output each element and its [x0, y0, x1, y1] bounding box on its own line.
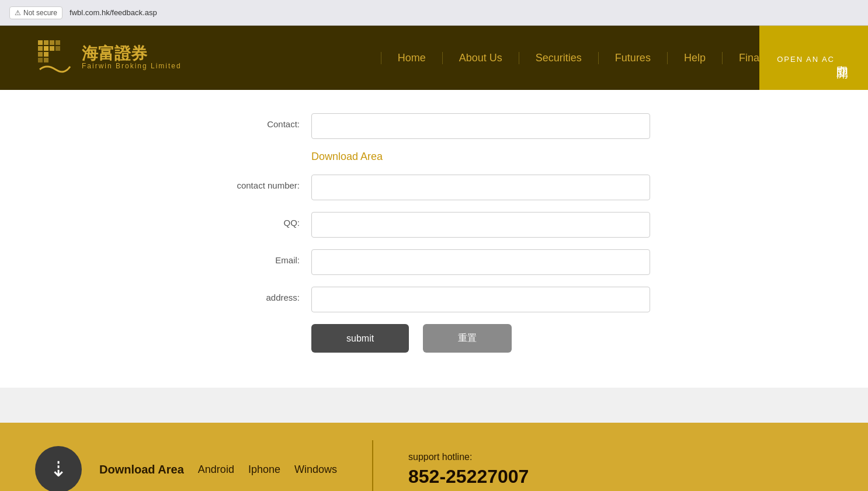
svg-rect-6: [44, 46, 48, 51]
contact-label: Contact:: [218, 113, 311, 129]
open-account-sub: OPEN AN AC: [777, 55, 835, 64]
navbar: 海富證券 Fairwin Broking Limited Home About …: [0, 26, 868, 90]
svg-rect-2: [44, 40, 48, 45]
download-icon: ⇣: [50, 457, 67, 482]
support-number: 852-25227007: [408, 466, 529, 487]
svg-rect-10: [44, 52, 48, 57]
not-secure-label: Not secure: [23, 9, 57, 17]
open-account-button[interactable]: 立即開 OPEN AN AC: [759, 26, 868, 90]
svg-rect-5: [38, 46, 43, 51]
footer-right: support hotline: 852-25227007: [408, 452, 529, 487]
logo-chinese: 海富證券: [82, 46, 182, 62]
browser-bar: ⚠ Not secure fwbl.com.hk/feedback.asp: [0, 0, 868, 26]
open-account-label: 立即開: [835, 56, 850, 60]
address-row: address:: [218, 287, 650, 312]
nav-securities[interactable]: Securities: [519, 52, 599, 64]
svg-rect-11: [38, 58, 43, 62]
logo-icon: [35, 37, 76, 78]
footer-divider: [372, 440, 373, 491]
main-content: Contact: Download Area contact number: Q…: [0, 90, 868, 388]
support-hotline-label: support hotline:: [408, 452, 472, 462]
reset-button[interactable]: 重置: [423, 324, 512, 353]
nav-futures[interactable]: Futures: [599, 52, 668, 64]
qq-label: QQ:: [218, 212, 311, 228]
footer-android[interactable]: Android: [198, 464, 234, 476]
mid-section: [0, 388, 868, 423]
footer-left: ⇣ Download Area Android Iphone Windows: [35, 446, 337, 491]
svg-rect-1: [38, 40, 43, 45]
address-input[interactable]: [311, 287, 650, 312]
svg-rect-7: [50, 46, 54, 51]
email-label: Email:: [218, 249, 311, 265]
submit-button[interactable]: submit: [311, 324, 409, 353]
svg-rect-8: [55, 46, 60, 51]
logo-english: Fairwin Broking Limited: [82, 62, 182, 70]
footer-iphone[interactable]: Iphone: [248, 464, 280, 476]
svg-rect-3: [50, 40, 54, 45]
nav-about[interactable]: About Us: [443, 52, 519, 64]
footer-windows[interactable]: Windows: [294, 464, 337, 476]
url-bar[interactable]: fwbl.com.hk/feedback.asp: [70, 8, 157, 17]
email-row: Email:: [218, 249, 650, 275]
qq-input[interactable]: [311, 212, 650, 238]
qq-row: QQ:: [218, 212, 650, 238]
svg-rect-12: [44, 58, 48, 62]
contact-row: Contact:: [218, 113, 650, 139]
address-label: address:: [218, 287, 311, 302]
security-indicator: ⚠ Not secure: [9, 6, 63, 19]
nav-home[interactable]: Home: [381, 52, 443, 64]
download-icon-circle: ⇣: [35, 446, 82, 491]
contact-number-input[interactable]: [311, 175, 650, 200]
svg-rect-9: [38, 52, 43, 57]
download-area-title: Download Area: [218, 151, 650, 163]
logo-text-area: 海富證券 Fairwin Broking Limited: [82, 46, 182, 70]
warning-icon: ⚠: [15, 9, 21, 17]
footer: ⇣ Download Area Android Iphone Windows s…: [0, 423, 868, 491]
logo-area: 海富證券 Fairwin Broking Limited: [35, 37, 182, 78]
contact-number-row: contact number:: [218, 175, 650, 200]
svg-rect-4: [55, 40, 60, 45]
form-container: Contact: Download Area contact number: Q…: [206, 113, 662, 353]
contact-number-label: contact number:: [218, 175, 311, 190]
contact-input[interactable]: [311, 113, 650, 139]
nav-help[interactable]: Help: [668, 52, 723, 64]
email-input[interactable]: [311, 249, 650, 275]
footer-links: Download Area Android Iphone Windows: [99, 463, 337, 476]
footer-download-area[interactable]: Download Area: [99, 463, 184, 476]
buttons-row: submit 重置: [218, 324, 650, 353]
